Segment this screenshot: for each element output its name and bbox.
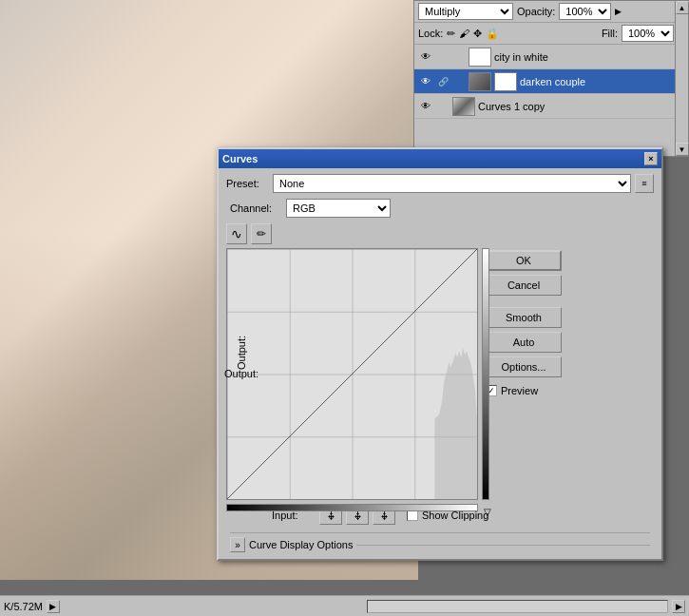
dialog-close-button[interactable]: ×: [644, 152, 658, 165]
opacity-label: Opacity:: [517, 6, 555, 17]
fill-label: Fill:: [602, 28, 618, 39]
opacity-arrow-icon: ▶: [615, 7, 622, 16]
preset-label: Preset:: [226, 178, 269, 189]
lock-move-icon[interactable]: ✥: [473, 28, 482, 40]
curves-dialog: Curves × Preset: None Custom ≡ Channel: …: [217, 147, 663, 561]
opacity-dropdown[interactable]: 100%: [559, 3, 611, 20]
status-bar: K/5.72M ▶ ▶: [0, 595, 689, 616]
lock-brush-icon[interactable]: 🖌: [459, 28, 469, 39]
auto-button[interactable]: Auto: [486, 332, 562, 353]
layer-name-darken: darken couple: [520, 76, 684, 87]
scroll-down-btn[interactable]: ▼: [676, 143, 689, 156]
options-divider-line: [356, 545, 650, 546]
gradient-strip-bottom: [226, 504, 478, 511]
layer-link-icon: [436, 50, 450, 64]
curves-main-area: ∿ ✏: [226, 223, 654, 500]
options-button[interactable]: Options...: [486, 356, 562, 377]
scroll-up-btn[interactable]: ▲: [676, 1, 689, 14]
layer-thumb-curves: [452, 97, 475, 116]
ok-button[interactable]: OK: [486, 250, 562, 271]
channel-label: Channel:: [230, 202, 282, 214]
status-scroll-right[interactable]: ▶: [672, 600, 685, 613]
preset-row: Preset: None Custom ≡: [226, 174, 654, 193]
layer-link-icon-curves: [436, 100, 450, 113]
blend-mode-dropdown[interactable]: Multiply: [418, 3, 513, 20]
preset-options-button[interactable]: ≡: [635, 174, 654, 193]
layer-eye-icon-darken[interactable]: 👁: [418, 74, 433, 89]
layer-fx-icon-darken: [452, 75, 466, 88]
status-arrow-btn[interactable]: ▶: [47, 600, 60, 613]
layer-item-curves[interactable]: 👁 Curves 1 copy: [414, 94, 688, 119]
preset-dropdown[interactable]: None Custom: [273, 174, 631, 193]
layer-eye-icon-curves[interactable]: 👁: [418, 99, 433, 114]
status-text: K/5.72M: [4, 601, 43, 612]
layer-name-city: city in white: [494, 51, 684, 63]
layers-panel: Multiply Opacity: 100% ▶ Lock: ✏ 🖌 ✥ 🔒 F…: [413, 0, 689, 157]
curve-display-options: » Curve Display Options: [230, 532, 650, 552]
channel-dropdown[interactable]: RGB Red Green Blue: [286, 199, 391, 218]
layers-scrollbar[interactable]: ▲ ▼: [675, 1, 688, 156]
cancel-button[interactable]: Cancel: [486, 275, 562, 296]
lock-label: Lock:: [418, 28, 443, 39]
curve-node-tool[interactable]: ∿: [226, 223, 247, 244]
layer-fx-icon: [452, 50, 466, 64]
layer-mask-darken: [494, 72, 517, 91]
lock-edit-icon[interactable]: ✏: [447, 28, 455, 40]
status-scrollbar[interactable]: [367, 600, 668, 613]
gradient-strip-right: [482, 248, 489, 500]
dialog-content: Preset: None Custom ≡ Channel: RGB Red G…: [219, 168, 661, 558]
dialog-title: Curves: [222, 153, 258, 164]
curves-svg: [227, 249, 477, 499]
curve-pencil-tool[interactable]: ✏: [251, 223, 272, 244]
layers-blend-row: Multiply Opacity: 100% ▶: [414, 1, 688, 23]
graph-container: ▽: [226, 248, 478, 500]
layer-link-icon-darken: 🔗: [436, 75, 450, 88]
layer-item-city[interactable]: 👁 city in white: [414, 45, 688, 69]
lock-all-icon[interactable]: 🔒: [486, 28, 499, 40]
fill-dropdown[interactable]: 100%: [622, 25, 674, 42]
layer-item-darken[interactable]: 👁 🔗 darken couple: [414, 69, 688, 94]
channel-row: Channel: RGB Red Green Blue: [226, 199, 654, 218]
preview-label: Preview: [501, 385, 538, 396]
layers-fill-row: Lock: ✏ 🖌 ✥ 🔒 Fill: 100% ▶: [414, 23, 688, 45]
curve-display-label: Curve Display Options: [249, 539, 353, 550]
curve-display-expand-btn[interactable]: »: [230, 537, 245, 552]
curves-left-area: ∿ ✏: [226, 223, 478, 500]
smooth-button[interactable]: Smooth: [486, 307, 562, 328]
curve-tools: ∿ ✏: [226, 223, 478, 244]
layer-thumb-city: [469, 48, 491, 67]
layer-eye-icon[interactable]: 👁: [418, 49, 433, 65]
curves-graph[interactable]: [226, 248, 478, 500]
output-rotated-label: Output:: [236, 336, 247, 370]
layer-name-curves: Curves 1 copy: [478, 101, 684, 112]
layer-thumb-darken: [469, 72, 491, 91]
dialog-titlebar: Curves ×: [219, 149, 661, 168]
triangle-indicator: ▽: [484, 507, 491, 517]
preview-row: ✓ Preview: [486, 385, 562, 396]
curves-buttons: OK Cancel Smooth Auto Options... ✓ Previ…: [486, 250, 562, 500]
